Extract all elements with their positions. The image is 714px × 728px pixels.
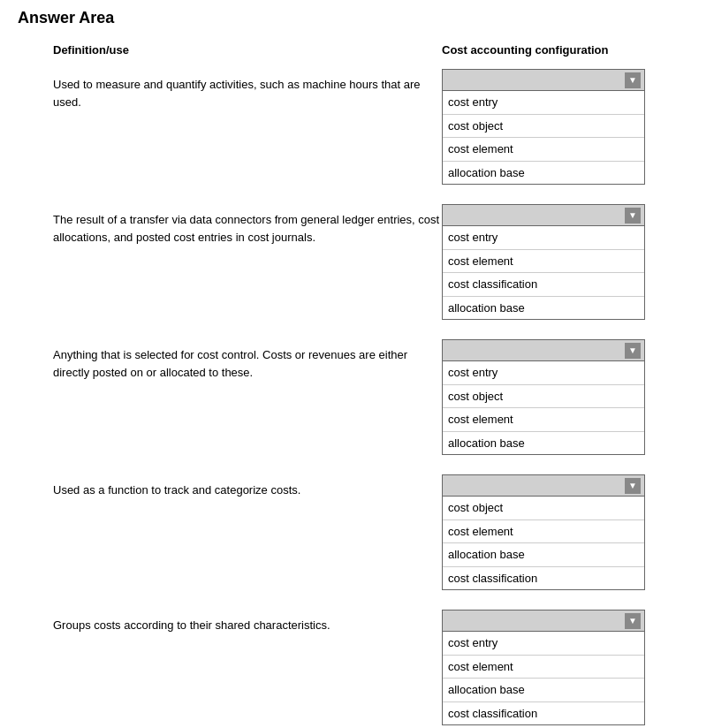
dropdown-option-5-3[interactable]: allocation base — [443, 679, 644, 702]
dropdown-option-4-1[interactable]: cost object — [443, 497, 644, 520]
qa-row-4: Used as a function to track and categori… — [18, 474, 696, 590]
dropdown-2[interactable]: ▼cost entrycost elementcost classificati… — [442, 204, 645, 320]
dropdown-option-3-2[interactable]: cost object — [443, 385, 644, 409]
qa-row-3: Anything that is selected for cost contr… — [18, 339, 696, 455]
dropdown-option-5-2[interactable]: cost element — [443, 656, 644, 679]
dropdown-option-4-4[interactable]: cost classification — [443, 567, 644, 590]
column-header-config: Cost accounting configuration — [442, 43, 672, 57]
dropdown-arrow-icon-3: ▼ — [625, 343, 641, 359]
dropdown-options-5: cost entrycost elementallocation basecos… — [443, 632, 644, 724]
dropdown-5[interactable]: ▼cost entrycost elementallocation baseco… — [442, 610, 645, 725]
dropdown-options-3: cost entrycost objectcost elementallocat… — [443, 361, 644, 454]
dropdown-header-1[interactable]: ▼ — [443, 70, 644, 91]
definition-text-2: The result of a transfer via data connec… — [18, 204, 442, 246]
dropdown-option-1-3[interactable]: cost element — [443, 138, 644, 162]
dropdown-header-2[interactable]: ▼ — [443, 205, 644, 226]
dropdown-options-2: cost entrycost elementcost classificatio… — [443, 226, 644, 319]
dropdown-option-1-2[interactable]: cost object — [443, 115, 644, 139]
definition-text-4: Used as a function to track and categori… — [18, 474, 442, 499]
dropdown-arrow-icon-1: ▼ — [625, 72, 641, 88]
dropdown-option-1-1[interactable]: cost entry — [443, 91, 644, 115]
definition-text-5: Groups costs according to their shared c… — [18, 610, 442, 634]
dropdown-option-1-4[interactable]: allocation base — [443, 162, 644, 185]
dropdown-header-4[interactable]: ▼ — [443, 475, 644, 497]
dropdown-option-2-4[interactable]: allocation base — [443, 297, 644, 320]
qa-row-2: The result of a transfer via data connec… — [18, 204, 696, 320]
column-header-definition: Definition/use — [18, 43, 442, 57]
dropdown-option-5-1[interactable]: cost entry — [443, 632, 644, 656]
dropdown-option-5-4[interactable]: cost classification — [443, 702, 644, 725]
dropdown-option-3-3[interactable]: cost element — [443, 408, 644, 432]
dropdown-1[interactable]: ▼cost entrycost objectcost elementalloca… — [442, 69, 645, 185]
dropdown-4[interactable]: ▼cost objectcost elementallocation basec… — [442, 474, 645, 590]
dropdown-option-4-2[interactable]: cost element — [443, 520, 644, 544]
dropdown-option-2-1[interactable]: cost entry — [443, 226, 644, 250]
dropdown-option-4-3[interactable]: allocation base — [443, 543, 644, 567]
dropdown-arrow-icon-4: ▼ — [625, 478, 641, 494]
definition-text-1: Used to measure and quantify activities,… — [18, 69, 442, 110]
dropdown-options-1: cost entrycost objectcost elementallocat… — [443, 91, 644, 184]
dropdown-3[interactable]: ▼cost entrycost objectcost elementalloca… — [442, 339, 645, 455]
dropdown-header-3[interactable]: ▼ — [443, 340, 644, 361]
dropdown-option-3-4[interactable]: allocation base — [443, 432, 644, 455]
dropdown-option-3-1[interactable]: cost entry — [443, 361, 644, 385]
dropdown-arrow-icon-5: ▼ — [625, 613, 641, 629]
page-title: Answer Area — [18, 9, 696, 27]
qa-row-5: Groups costs according to their shared c… — [18, 610, 696, 725]
dropdown-options-4: cost objectcost elementallocation baseco… — [443, 497, 644, 589]
qa-row-1: Used to measure and quantify activities,… — [18, 69, 696, 185]
dropdown-option-2-3[interactable]: cost classification — [443, 273, 644, 297]
definition-text-3: Anything that is selected for cost contr… — [18, 339, 442, 381]
dropdown-arrow-icon-2: ▼ — [625, 208, 641, 224]
dropdown-header-5[interactable]: ▼ — [443, 610, 644, 632]
dropdown-option-2-2[interactable]: cost element — [443, 250, 644, 274]
